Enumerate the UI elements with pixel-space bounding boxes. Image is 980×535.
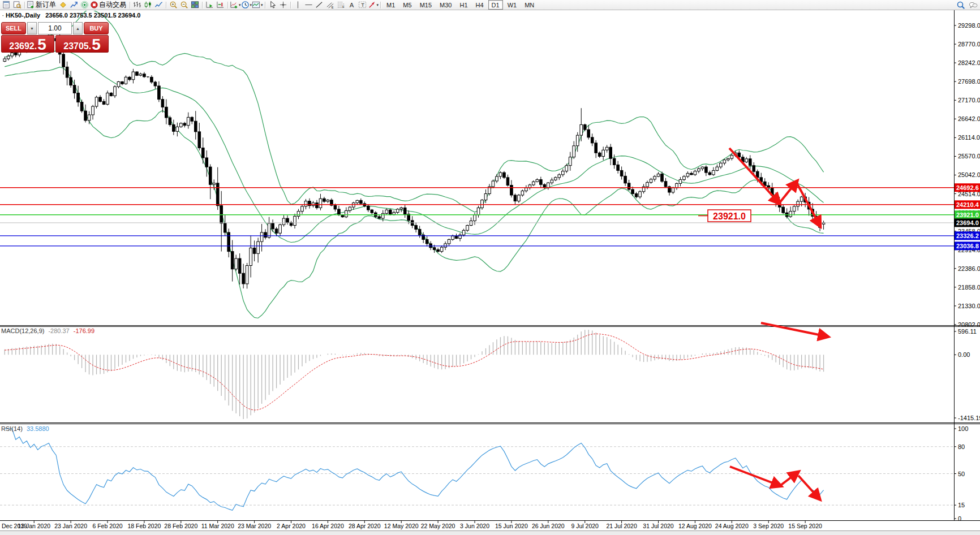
zoom-in-button[interactable] (168, 1, 179, 10)
auto-scroll-button[interactable] (204, 1, 215, 10)
svg-text:23694.0: 23694.0 (956, 219, 979, 226)
svg-text:21858.0: 21858.0 (958, 284, 980, 291)
publish-button[interactable] (68, 1, 79, 10)
chart-shift-button[interactable] (215, 1, 226, 10)
horizontal-level-lines[interactable] (0, 188, 954, 246)
periods-button[interactable]: ▾ (241, 1, 252, 10)
svg-text:25042.0: 25042.0 (958, 171, 980, 178)
text-button[interactable]: A (346, 1, 357, 10)
svg-text:E: E (331, 6, 333, 9)
bar-chart-button[interactable] (132, 1, 143, 10)
arrow-objects-button[interactable]: ▾ (368, 1, 379, 10)
svg-text:A: A (349, 2, 354, 8)
new-chart-icon (2, 1, 11, 9)
tf-button-d1[interactable]: D1 (488, 0, 503, 10)
text-label-button[interactable]: T (357, 1, 368, 10)
arrow-objects-dropdown-icon[interactable]: ▾ (377, 3, 379, 7)
svg-text:25570.0: 25570.0 (958, 153, 980, 159)
rsi-indicator-name: RSI(14) (1, 425, 23, 432)
signals-icon (80, 1, 89, 9)
equidistant-channel-button[interactable]: E (325, 1, 336, 10)
tf-button-m1[interactable]: M1 (383, 0, 398, 10)
zoom-out-button[interactable] (179, 1, 190, 10)
auto-trading-icon (90, 1, 98, 9)
tf-button-mn[interactable]: MN (521, 0, 538, 10)
buy-price-big-digit: 5 (92, 38, 101, 51)
chart-collapse-icon[interactable]: · (2, 13, 4, 19)
time-axis[interactable]: Dec 201913 Jan 202023 Jan 20206 Feb 2020… (2, 521, 822, 529)
svg-text:28 Feb 2020: 28 Feb 2020 (164, 523, 197, 529)
svg-text:9 Jul 2020: 9 Jul 2020 (571, 523, 599, 529)
templates-dropdown-icon[interactable]: ▾ (261, 3, 263, 7)
panel-separators (0, 326, 980, 535)
sell-price-tile[interactable]: 23692.5 (1, 35, 54, 53)
svg-text:29298.0: 29298.0 (958, 22, 980, 29)
fibonacci-retracement-button[interactable]: F (336, 1, 346, 10)
templates-button[interactable]: ▾ (252, 1, 263, 10)
drawn-annotations[interactable]: 23921.0 (698, 148, 827, 499)
macd-panel[interactable] (5, 330, 823, 419)
tf-button-w1[interactable]: W1 (504, 0, 521, 10)
svg-text:21330.0: 21330.0 (958, 303, 980, 309)
history-center-button[interactable] (58, 1, 68, 10)
new-chart-button[interactable] (1, 1, 12, 10)
toolbar-separator (166, 2, 166, 8)
search-icon[interactable] (956, 1, 965, 10)
svg-text:27698.0: 27698.0 (958, 78, 980, 85)
sell-button[interactable]: SELL (1, 22, 26, 34)
tf-button-m15[interactable]: M15 (416, 0, 435, 10)
buy-button[interactable]: BUY (84, 22, 109, 34)
candlestick-chart-button[interactable] (143, 1, 153, 10)
auto-scroll-icon (205, 1, 214, 9)
tile-windows-button[interactable] (190, 1, 200, 10)
rsi-panel[interactable] (0, 429, 954, 510)
volume-field[interactable]: 1.00 (38, 22, 72, 34)
price-axis[interactable]: 29298.028770.028242.027698.027170.026642… (954, 10, 980, 522)
vertical-line-icon (294, 1, 302, 9)
chart-canvas[interactable]: 29298.028770.028242.027698.027170.026642… (0, 0, 980, 535)
trendline-button[interactable] (314, 1, 325, 10)
svg-text:23921.0: 23921.0 (956, 212, 979, 218)
tf-button-m30[interactable]: M30 (436, 0, 455, 10)
crosshair-button[interactable] (278, 1, 289, 10)
tf-button-h1[interactable]: H1 (456, 0, 471, 10)
svg-text:22 May 2020: 22 May 2020 (421, 523, 455, 529)
volume-increase-button[interactable]: ▲ (73, 22, 83, 34)
toolbar-separator (265, 2, 265, 8)
periods-icon (241, 1, 250, 9)
cursor-button[interactable] (267, 1, 278, 10)
rsi-value: 33.5880 (27, 425, 49, 432)
svg-text:31 Jul 2020: 31 Jul 2020 (643, 523, 673, 529)
svg-text:27170.0: 27170.0 (958, 97, 980, 103)
line-chart-icon (154, 1, 163, 9)
new-order-button[interactable]: 新订单 (27, 1, 58, 10)
svg-text:80: 80 (958, 443, 965, 450)
svg-text:23 Mar 2020: 23 Mar 2020 (238, 523, 271, 529)
svg-text:-1415.19: -1415.19 (958, 415, 980, 421)
svg-text:15 Sep 2020: 15 Sep 2020 (788, 523, 822, 529)
chat-icon[interactable] (969, 1, 978, 10)
indicators-button[interactable]: ▾ (230, 1, 241, 10)
auto-trading-button[interactable]: 自动交易 (90, 1, 128, 10)
main-toolbar: 新订单自动交易▾▾▾EFAT▾M1M5M15M30H1H4D1W1MN (0, 0, 980, 10)
vertical-line-button[interactable] (293, 1, 303, 10)
tf-button-m5[interactable]: M5 (399, 0, 415, 10)
candlestick-series[interactable] (3, 31, 825, 288)
line-chart-button[interactable] (153, 1, 164, 10)
svg-text:3 Jun 2020: 3 Jun 2020 (460, 523, 489, 529)
trading-platform-window: 新订单自动交易▾▾▾EFAT▾M1M5M15M30H1H4D1W1MN ·HK5… (0, 0, 980, 535)
tf-button-h4[interactable]: H4 (472, 0, 487, 10)
indicators-icon (230, 1, 238, 9)
signals-button[interactable] (79, 1, 90, 10)
new-order-icon (27, 1, 35, 9)
chart-profiles-button[interactable] (12, 1, 23, 10)
svg-text:16 Apr 2020: 16 Apr 2020 (312, 523, 344, 529)
horizontal-line-button[interactable] (303, 1, 314, 10)
svg-text:26642.0: 26642.0 (958, 115, 980, 122)
cursor-icon (268, 1, 277, 9)
equidistant-channel-icon: E (326, 1, 334, 9)
volume-decrease-button[interactable]: ▼ (27, 22, 37, 34)
buy-price-tile[interactable]: 23705.5 (55, 35, 109, 53)
toolbar-separator (290, 2, 291, 8)
svg-text:6 Feb 2020: 6 Feb 2020 (92, 523, 122, 529)
